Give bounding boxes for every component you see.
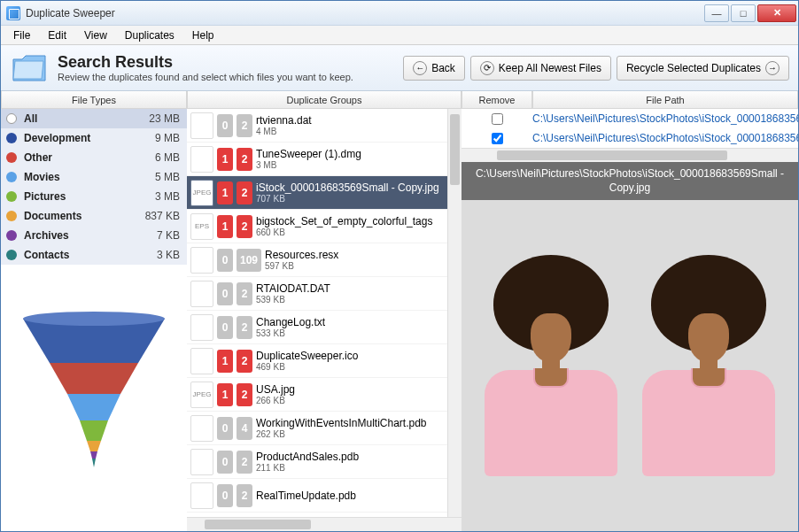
group-file-name: WorkingWithEventsInMultiChart.pdb [256, 417, 458, 429]
file-types-list: All23 MBDevelopment9 MBOther6 MBMovies5 … [1, 109, 187, 265]
file-type-name: Development [24, 132, 155, 144]
file-type-row[interactable]: Contacts3 KB [1, 245, 187, 265]
file-icon [190, 348, 213, 374]
arrow-right-icon: → [765, 61, 780, 75]
scrollbar-thumb[interactable] [450, 114, 460, 185]
duplicate-group-row[interactable]: 02RTAIODAT.DAT539 KB [187, 277, 462, 311]
scrollbar-thumb[interactable] [205, 520, 311, 529]
remove-header[interactable]: Remove [462, 91, 532, 109]
color-dot-icon [6, 191, 17, 202]
horizontal-scrollbar[interactable] [187, 517, 462, 531]
file-icon: JPEG [190, 180, 213, 206]
file-icon [190, 415, 213, 442]
preview-image-right [633, 255, 784, 476]
total-count-badge: 2 [237, 148, 252, 171]
file-types-header[interactable]: File Types [1, 91, 187, 109]
file-path-header[interactable]: File Path [532, 91, 798, 109]
app-icon [6, 6, 20, 20]
duplicate-group-row[interactable]: 02ChangeLog.txt533 KB [187, 311, 462, 344]
preview-path-label: C:\Users\Neil\Pictures\StockPhotos\iStoc… [462, 162, 798, 200]
group-file-name: USA.jpg [256, 383, 458, 396]
file-type-row[interactable]: Other6 MB [1, 148, 187, 167]
arrow-left-icon: ← [413, 61, 427, 75]
total-count-badge: 2 [237, 451, 252, 474]
duplicate-groups-list[interactable]: 02rtvienna.dat4 MB12TuneSweeper (1).dmg3… [187, 109, 462, 517]
recycle-button[interactable]: Recycle Selected Duplicates → [617, 56, 789, 81]
keep-count-badge: 1 [217, 350, 233, 373]
duplicate-group-row[interactable]: EPS12bigstock_Set_of_empty_colorful_tags… [187, 210, 462, 243]
file-path-list: C:\Users\Neil\Pictures\StockPhotos\iStoc… [462, 109, 798, 148]
duplicate-group-row[interactable]: 0109Resources.resx597 KB [187, 243, 462, 277]
color-dot-icon [6, 172, 17, 182]
duplicate-group-row[interactable]: JPEG12iStock_000018683569Small - Copy.jp… [187, 176, 462, 210]
file-type-row[interactable]: Archives7 KB [1, 226, 187, 245]
file-type-row[interactable]: Documents837 KB [1, 206, 187, 226]
svg-marker-1 [50, 363, 138, 394]
keep-count-badge: 1 [217, 181, 233, 204]
duplicate-group-row[interactable]: 12TuneSweeper (1).dmg3 MB [187, 143, 462, 176]
file-type-row[interactable]: Pictures3 MB [1, 187, 187, 206]
group-file-size: 660 KB [256, 227, 458, 237]
total-count-badge: 109 [237, 249, 261, 272]
maximize-button[interactable]: □ [731, 4, 756, 22]
duplicate-groups-header[interactable]: Duplicate Groups [187, 91, 462, 109]
menu-file[interactable]: File [4, 27, 39, 43]
back-button[interactable]: ← Back [403, 56, 465, 81]
color-dot-icon [6, 113, 17, 124]
group-file-name: iStock_000018683569Small - Copy.jpg [256, 181, 458, 194]
content-columns: File Types All23 MBDevelopment9 MBOther6… [1, 91, 798, 531]
file-type-row[interactable]: Development9 MB [1, 128, 187, 148]
window-title: Duplicate Sweeper [26, 7, 702, 19]
menu-help[interactable]: Help [183, 27, 223, 43]
total-count-badge: 4 [237, 417, 252, 440]
file-types-panel: File Types All23 MBDevelopment9 MBOther6… [1, 91, 187, 531]
svg-marker-5 [90, 451, 97, 459]
file-path-row[interactable]: C:\Users\Neil\Pictures\StockPhotos\iStoc… [462, 109, 798, 128]
file-type-row[interactable]: Movies5 MB [1, 167, 187, 187]
duplicate-group-row[interactable]: 02ProductAndSales.pdb211 KB [187, 445, 462, 479]
file-path-text[interactable]: C:\Users\Neil\Pictures\StockPhotos\iStoc… [532, 112, 798, 125]
file-type-row[interactable]: All23 MB [1, 109, 187, 128]
total-count-badge: 2 [237, 215, 252, 238]
file-type-name: Other [24, 151, 155, 164]
remove-checkbox[interactable] [492, 113, 503, 125]
duplicate-group-row[interactable]: 02RealTimeUpdate.pdb [187, 479, 462, 513]
horizontal-scrollbar[interactable] [462, 148, 798, 162]
duplicate-group-row[interactable]: JPEG12USA.jpg266 KB [187, 378, 462, 412]
scrollbar-thumb[interactable] [497, 150, 727, 160]
titlebar[interactable]: Duplicate Sweeper — □ ✕ [1, 1, 798, 26]
duplicate-group-row[interactable]: 02rtvienna.dat4 MB [187, 109, 462, 143]
duplicate-groups-panel: Duplicate Groups 02rtvienna.dat4 MB12Tun… [187, 91, 462, 531]
menu-view[interactable]: View [75, 27, 116, 43]
color-dot-icon [6, 230, 17, 241]
close-button[interactable]: ✕ [757, 4, 796, 22]
keep-count-badge: 1 [217, 148, 233, 171]
file-type-size: 3 KB [157, 249, 180, 261]
svg-marker-6 [92, 459, 96, 467]
group-file-size: 262 KB [256, 429, 458, 439]
minimize-button[interactable]: — [704, 4, 729, 22]
total-count-badge: 2 [237, 383, 252, 406]
keep-count-badge: 0 [217, 249, 233, 272]
vertical-scrollbar[interactable] [447, 109, 462, 517]
menu-duplicates[interactable]: Duplicates [116, 27, 183, 43]
keep-newest-button[interactable]: ⟳ Keep All Newest Files [470, 56, 611, 81]
group-file-size: 469 KB [256, 362, 458, 372]
group-file-size: 539 KB [256, 295, 458, 305]
remove-checkbox[interactable] [492, 133, 503, 144]
menu-edit[interactable]: Edit [39, 27, 75, 43]
file-type-size: 837 KB [145, 210, 180, 222]
group-file-name: DuplicateSweeper.ico [256, 350, 458, 362]
file-type-size: 7 KB [157, 229, 180, 242]
duplicate-group-row[interactable]: 12DuplicateSweeper.ico469 KB [187, 344, 462, 378]
color-dot-icon [6, 133, 17, 143]
keep-count-badge: 1 [217, 383, 233, 406]
file-path-row[interactable]: C:\Users\Neil\Pictures\StockPhotos\iStoc… [462, 128, 798, 148]
file-icon [190, 449, 213, 475]
folder-search-icon [10, 50, 49, 86]
file-path-text[interactable]: C:\Users\Neil\Pictures\StockPhotos\iStoc… [532, 132, 798, 144]
duplicate-group-row[interactable]: 04WorkingWithEventsInMultiChart.pdb262 K… [187, 412, 462, 445]
group-file-name: ChangeLog.txt [256, 316, 458, 328]
preview-image-left [476, 255, 626, 476]
file-type-name: Documents [24, 210, 145, 222]
